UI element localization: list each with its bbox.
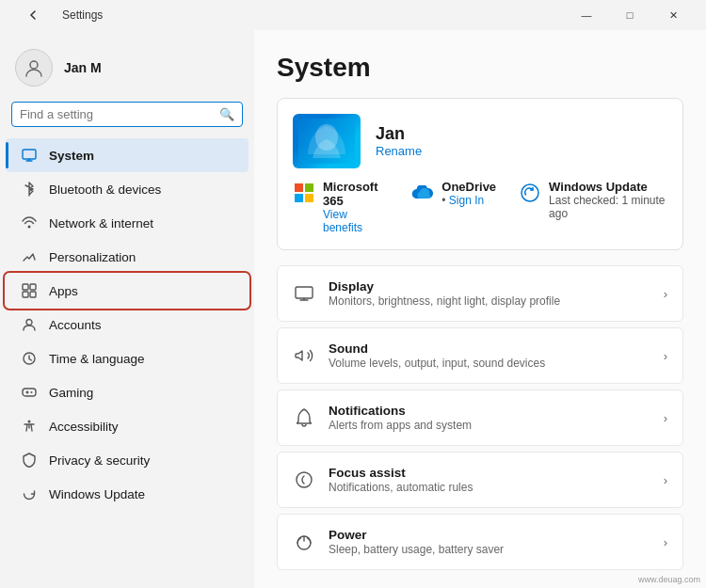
- svg-rect-14: [295, 183, 303, 192]
- window-title: Settings: [62, 8, 103, 22]
- svg-point-10: [31, 391, 33, 393]
- sidebar-item-accessibility[interactable]: Accessibility: [6, 409, 249, 443]
- power-desc: Sleep, battery usage, battery saver: [329, 543, 650, 556]
- sidebar-nav: System Bluetooth & devices: [0, 138, 254, 511]
- focusassist-desc: Notifications, automatic rules: [329, 481, 650, 494]
- minimize-button[interactable]: —: [565, 0, 608, 30]
- search-input[interactable]: [20, 107, 214, 121]
- settings-item-notifications[interactable]: Notifications Alerts from apps and syste…: [277, 389, 683, 446]
- svg-rect-15: [305, 183, 313, 192]
- svg-rect-6: [30, 292, 36, 297]
- sidebar-item-bluetooth[interactable]: Bluetooth & devices: [6, 172, 249, 206]
- system-icon: [21, 147, 38, 164]
- focusassist-text: Focus assist Notifications, automatic ru…: [329, 466, 650, 494]
- power-chevron: ›: [664, 535, 667, 549]
- display-title: Display: [329, 279, 650, 294]
- gaming-icon: [21, 384, 38, 401]
- svg-point-18: [521, 184, 538, 201]
- svg-rect-17: [305, 194, 313, 202]
- service-onedrive[interactable]: OneDrive • Sign In: [411, 180, 496, 207]
- onedrive-action[interactable]: • Sign In: [441, 194, 496, 207]
- microsoft365-name: Microsoft 365: [323, 180, 389, 208]
- sidebar-item-time-label: Time & language: [49, 352, 145, 366]
- sidebar: Jan M 🔍 System: [0, 30, 254, 588]
- svg-point-20: [297, 472, 312, 487]
- sidebar-item-accounts[interactable]: Accounts: [6, 308, 249, 342]
- display-icon: [293, 282, 315, 305]
- onedrive-name: OneDrive: [441, 180, 496, 194]
- sound-title: Sound: [329, 342, 650, 356]
- profile-services: Microsoft 365 View benefits OneDrive: [293, 180, 667, 234]
- focusassist-icon: [293, 469, 315, 491]
- svg-rect-16: [295, 194, 303, 202]
- service-windowsupdate[interactable]: Windows Update Last checked: 1 minute ag…: [519, 180, 667, 220]
- search-box[interactable]: 🔍: [11, 102, 243, 127]
- sidebar-item-bluetooth-label: Bluetooth & devices: [49, 183, 161, 197]
- watermark: www.deuag.com: [638, 575, 700, 584]
- sound-chevron: ›: [664, 349, 667, 363]
- svg-point-2: [28, 226, 31, 229]
- apps-icon: [21, 282, 38, 299]
- onedrive-signin[interactable]: Sign In: [449, 194, 484, 207]
- svg-rect-5: [23, 292, 28, 297]
- settings-list: Display Monitors, brightness, night ligh…: [277, 265, 683, 570]
- onedrive-icon: [411, 182, 434, 204]
- focusassist-chevron: ›: [664, 473, 667, 487]
- power-text: Power Sleep, battery usage, battery save…: [329, 528, 650, 556]
- windowsupdate-service-text: Windows Update Last checked: 1 minute ag…: [549, 180, 667, 220]
- settings-item-power[interactable]: Power Sleep, battery usage, battery save…: [277, 514, 683, 570]
- microsoft365-action[interactable]: View benefits: [323, 208, 389, 234]
- titlebar-left: Settings: [11, 0, 103, 30]
- windowsupdate-icon: [21, 485, 38, 502]
- settings-item-focusassist[interactable]: Focus assist Notifications, automatic ru…: [277, 452, 683, 508]
- settings-item-display[interactable]: Display Monitors, brightness, night ligh…: [277, 265, 683, 322]
- page-title: System: [277, 53, 683, 83]
- accessibility-icon: [21, 418, 38, 435]
- notifications-text: Notifications Alerts from apps and syste…: [329, 404, 650, 432]
- sidebar-item-windowsupdate[interactable]: Windows Update: [6, 477, 249, 511]
- svg-rect-1: [23, 150, 36, 159]
- sidebar-item-gaming[interactable]: Gaming: [6, 375, 249, 409]
- sidebar-item-personalization[interactable]: Personalization: [6, 240, 249, 274]
- profile-thumbnail: [293, 114, 361, 168]
- profile-name-section: Jan Rename: [376, 124, 422, 158]
- sound-icon: [293, 344, 315, 367]
- network-icon: [21, 215, 38, 231]
- display-chevron: ›: [664, 287, 667, 301]
- sidebar-item-accounts-label: Accounts: [49, 318, 102, 332]
- close-button[interactable]: ✕: [651, 0, 695, 30]
- window-controls: — □ ✕: [565, 0, 695, 30]
- sidebar-item-apps[interactable]: Apps: [6, 274, 249, 308]
- profile-card: Jan Rename Micros: [277, 98, 683, 250]
- sidebar-item-accessibility-label: Accessibility: [49, 420, 119, 434]
- sidebar-item-network[interactable]: Network & internet: [6, 206, 249, 240]
- svg-point-7: [26, 320, 32, 326]
- sidebar-item-system[interactable]: System: [6, 138, 249, 172]
- power-title: Power: [329, 528, 650, 542]
- settings-item-sound[interactable]: Sound Volume levels, output, input, soun…: [277, 327, 683, 384]
- sidebar-item-network-label: Network & internet: [49, 216, 153, 230]
- display-text: Display Monitors, brightness, night ligh…: [329, 279, 650, 308]
- svg-point-11: [28, 421, 31, 423]
- sidebar-item-personalization-label: Personalization: [49, 250, 136, 264]
- windowsupdate-service-name: Windows Update: [549, 180, 667, 194]
- back-button[interactable]: [11, 0, 55, 30]
- svg-point-0: [30, 61, 38, 69]
- notifications-chevron: ›: [664, 411, 667, 425]
- microsoft365-icon: [293, 182, 315, 204]
- sidebar-item-system-label: System: [49, 149, 94, 163]
- sidebar-item-privacy-label: Privacy & security: [49, 453, 150, 468]
- sidebar-item-privacy[interactable]: Privacy & security: [6, 443, 249, 477]
- svg-rect-9: [23, 389, 36, 396]
- notifications-desc: Alerts from apps and system: [329, 419, 650, 432]
- display-desc: Monitors, brightness, night light, displ…: [329, 294, 650, 308]
- notifications-icon: [293, 406, 315, 429]
- service-microsoft365[interactable]: Microsoft 365 View benefits: [293, 180, 389, 234]
- rename-link[interactable]: Rename: [376, 144, 422, 158]
- focusassist-title: Focus assist: [329, 466, 650, 480]
- user-section[interactable]: Jan M: [0, 38, 254, 102]
- svg-rect-19: [296, 287, 313, 298]
- maximize-button[interactable]: □: [608, 0, 651, 30]
- windowsupdate-service-icon: [519, 182, 541, 204]
- sidebar-item-time[interactable]: Time & language: [6, 342, 249, 375]
